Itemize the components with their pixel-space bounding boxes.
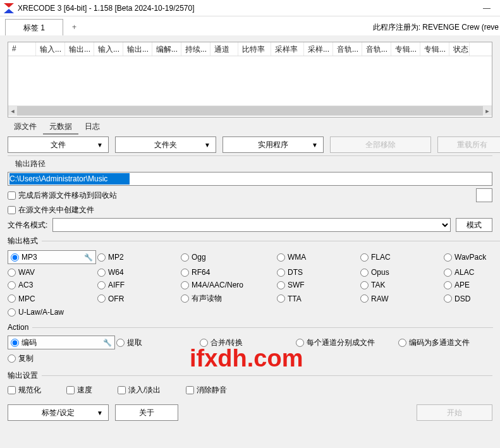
format-flac[interactable]: FLAC xyxy=(360,250,442,264)
format-ogg[interactable]: Ogg xyxy=(181,250,276,264)
action-0[interactable]: 编码🔧 xyxy=(8,336,115,349)
format-radio[interactable] xyxy=(444,281,452,289)
col-out2[interactable]: 输出... xyxy=(123,42,152,56)
format-wma[interactable]: WMA xyxy=(277,250,359,264)
format-mpc[interactable]: MPC xyxy=(8,293,96,304)
format-mp2[interactable]: MP2 xyxy=(97,250,180,264)
action-3[interactable]: 每个通道分别成文件 xyxy=(296,337,397,348)
format-radio[interactable] xyxy=(277,253,285,262)
outset-checkbox[interactable] xyxy=(66,386,75,394)
format-radio[interactable] xyxy=(181,269,189,277)
format-radio[interactable] xyxy=(8,294,16,303)
action-radio[interactable] xyxy=(11,339,19,347)
col-index[interactable]: # xyxy=(8,42,36,56)
subtab-metadata[interactable]: 元数据 xyxy=(43,120,78,135)
action-radio[interactable] xyxy=(116,339,125,347)
file-dropdown-button[interactable]: 文件▼ xyxy=(8,136,109,153)
format-alac[interactable]: ALAC xyxy=(444,268,500,277)
about-button[interactable]: 关于 xyxy=(115,404,178,421)
format-tak[interactable]: TAK xyxy=(360,281,442,289)
col-status[interactable]: 状态 xyxy=(449,42,470,56)
format-radio[interactable] xyxy=(97,294,106,303)
col-bitrate[interactable]: 比特率 xyxy=(238,42,271,56)
format-[interactable]: 有声读物 xyxy=(181,293,276,304)
format-radio[interactable] xyxy=(181,294,189,303)
format-radio[interactable] xyxy=(11,253,19,262)
col-track2[interactable]: 音轨... xyxy=(362,42,391,56)
format-radio[interactable] xyxy=(277,281,285,289)
mode-button[interactable]: 模式 xyxy=(456,218,492,232)
format-dts[interactable]: DTS xyxy=(277,268,359,277)
scroll-thumb[interactable] xyxy=(17,106,485,116)
format-radio[interactable] xyxy=(97,281,106,289)
format-rf64[interactable]: RF64 xyxy=(181,268,276,277)
tab-add-button[interactable]: + xyxy=(64,19,84,35)
format-radio[interactable] xyxy=(277,269,285,277)
horizontal-scrollbar[interactable]: ◄ ► xyxy=(8,106,492,116)
format-radio[interactable] xyxy=(444,294,452,303)
action-radio[interactable] xyxy=(200,339,208,347)
format-raw[interactable]: RAW xyxy=(360,293,442,304)
format-radio[interactable] xyxy=(360,294,369,303)
format-ofr[interactable]: OFR xyxy=(97,293,180,304)
format-m4aaacnero[interactable]: M4A/AAC/Nero xyxy=(181,281,276,289)
scroll-left-icon[interactable]: ◄ xyxy=(8,106,17,116)
format-dsd[interactable]: DSD xyxy=(444,293,500,304)
format-radio[interactable] xyxy=(444,269,452,277)
col-codec[interactable]: 编解... xyxy=(152,42,181,56)
recycle-checkbox[interactable] xyxy=(8,191,16,200)
scroll-right-icon[interactable]: ► xyxy=(483,106,492,116)
path-more-button[interactable] xyxy=(476,188,492,202)
format-radio[interactable] xyxy=(97,269,106,277)
in-source-checkbox[interactable] xyxy=(8,206,16,214)
action-2[interactable]: 合并/转换 xyxy=(200,337,295,348)
col-sample[interactable]: 采样... xyxy=(304,42,333,56)
table-body[interactable] xyxy=(8,56,492,106)
format-radio[interactable] xyxy=(8,281,16,289)
format-aiff[interactable]: AIFF xyxy=(97,281,180,289)
col-album2[interactable]: 专辑... xyxy=(420,42,449,56)
format-radio[interactable] xyxy=(97,253,106,262)
format-radio[interactable] xyxy=(277,294,285,303)
format-radio[interactable] xyxy=(360,253,369,262)
format-wav[interactable]: WAV xyxy=(8,268,96,277)
format-radio[interactable] xyxy=(8,308,16,317)
outset-0[interactable]: 规范化 xyxy=(8,385,41,396)
action-1[interactable]: 提取 xyxy=(116,337,198,348)
folder-dropdown-button[interactable]: 文件夹▼ xyxy=(115,136,216,153)
outset-checkbox[interactable] xyxy=(8,386,16,394)
col-track1[interactable]: 音轨... xyxy=(333,42,362,56)
format-w64[interactable]: W64 xyxy=(97,268,180,277)
outset-checkbox[interactable] xyxy=(118,386,126,394)
outset-1[interactable]: 速度 xyxy=(66,385,92,396)
format-radio[interactable] xyxy=(8,269,16,277)
utility-dropdown-button[interactable]: 实用程序▼ xyxy=(223,136,324,153)
outset-3[interactable]: 消除静音 xyxy=(186,385,227,396)
format-ape[interactable]: APE xyxy=(444,281,500,289)
format-opus[interactable]: Opus xyxy=(360,268,442,277)
file-list-table[interactable]: # 输入... 输出... 输入... 输出... 编解... 持续... 通道… xyxy=(8,42,492,118)
output-path-input[interactable]: C:\Users\Administrator\Music xyxy=(8,172,492,186)
format-radio[interactable] xyxy=(360,269,369,277)
wrench-icon[interactable]: 🔧 xyxy=(84,253,93,262)
action-radio[interactable] xyxy=(398,339,406,347)
col-channels[interactable]: 通道 xyxy=(210,42,238,56)
col-album1[interactable]: 专辑... xyxy=(391,42,420,56)
tags-settings-button[interactable]: 标签/设定▼ xyxy=(8,404,109,421)
format-radio[interactable] xyxy=(181,281,189,289)
subtab-source[interactable]: 源文件 xyxy=(8,120,43,134)
format-radio[interactable] xyxy=(444,253,452,262)
outset-2[interactable]: 淡入/淡出 xyxy=(118,385,161,396)
action-radio[interactable] xyxy=(296,339,304,347)
format-tta[interactable]: TTA xyxy=(277,293,359,304)
format-ulawalaw[interactable]: U-Law/A-Law xyxy=(8,308,96,317)
col-in1[interactable]: 输入... xyxy=(36,42,65,56)
format-ac3[interactable]: AC3 xyxy=(8,281,96,289)
col-duration[interactable]: 持续... xyxy=(181,42,210,56)
format-radio[interactable] xyxy=(181,253,189,262)
format-radio[interactable] xyxy=(360,281,369,289)
action-copy-radio[interactable] xyxy=(8,354,16,363)
col-in2[interactable]: 输入... xyxy=(94,42,123,56)
action-4[interactable]: 编码为多通道文件 xyxy=(398,337,493,348)
col-out1[interactable]: 输出... xyxy=(65,42,94,56)
